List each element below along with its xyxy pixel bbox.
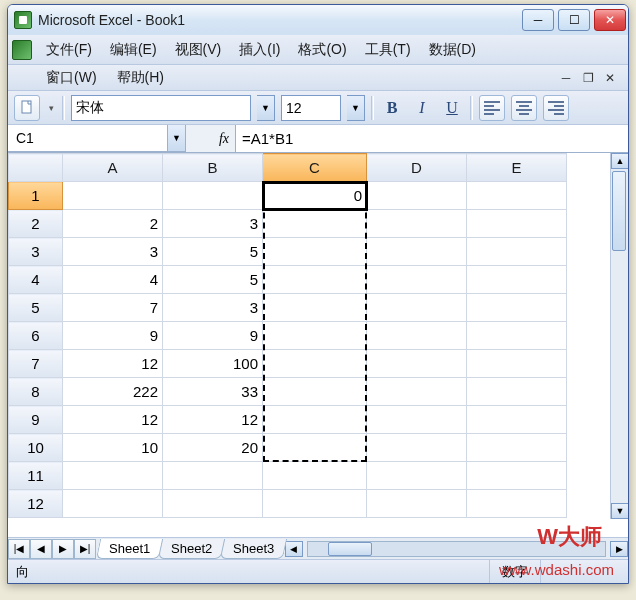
- font-name-dropdown-icon[interactable]: ▼: [257, 95, 275, 121]
- cell-C7[interactable]: [263, 350, 367, 378]
- cell-E1[interactable]: [467, 182, 567, 210]
- menu-help[interactable]: 帮助(H): [109, 66, 172, 90]
- cell-E2[interactable]: [467, 210, 567, 238]
- menu-file[interactable]: 文件(F): [38, 38, 100, 62]
- cell-C9[interactable]: [263, 406, 367, 434]
- row-header-10[interactable]: 10: [9, 434, 63, 462]
- cell-E4[interactable]: [467, 266, 567, 294]
- sheet-nav-0[interactable]: |◀: [8, 539, 30, 559]
- hscroll-thumb[interactable]: [328, 542, 372, 556]
- scroll-down-icon[interactable]: ▼: [611, 503, 628, 519]
- cell-E6[interactable]: [467, 322, 567, 350]
- col-header-A[interactable]: A: [63, 154, 163, 182]
- sheet-tab-Sheet1[interactable]: Sheet1: [96, 539, 163, 559]
- vscroll-thumb[interactable]: [612, 171, 626, 251]
- cell-D4[interactable]: [367, 266, 467, 294]
- spreadsheet-grid[interactable]: ABCDE10223335445573699712100822233912121…: [8, 153, 628, 537]
- minimize-button[interactable]: ─: [522, 9, 554, 31]
- col-header-B[interactable]: B: [163, 154, 263, 182]
- hscroll-right-icon[interactable]: ▶: [610, 541, 628, 557]
- row-header-12[interactable]: 12: [9, 490, 63, 518]
- cell-C11[interactable]: [263, 462, 367, 490]
- row-header-11[interactable]: 11: [9, 462, 63, 490]
- cell-C12[interactable]: [263, 490, 367, 518]
- row-header-6[interactable]: 6: [9, 322, 63, 350]
- new-doc-dropdown-icon[interactable]: ▾: [46, 103, 56, 113]
- row-header-2[interactable]: 2: [9, 210, 63, 238]
- close-button[interactable]: ✕: [594, 9, 626, 31]
- hscroll-left-icon[interactable]: ◀: [285, 541, 303, 557]
- scroll-up-icon[interactable]: ▲: [611, 153, 628, 169]
- cell-B6[interactable]: 9: [163, 322, 263, 350]
- cell-B5[interactable]: 3: [163, 294, 263, 322]
- cell-D1[interactable]: [367, 182, 467, 210]
- row-header-9[interactable]: 9: [9, 406, 63, 434]
- cell-A5[interactable]: 7: [63, 294, 163, 322]
- align-center-button[interactable]: [511, 95, 537, 121]
- fx-icon[interactable]: fx: [186, 125, 236, 152]
- cell-D3[interactable]: [367, 238, 467, 266]
- align-right-button[interactable]: [543, 95, 569, 121]
- formula-input[interactable]: =A1*B1: [236, 125, 628, 152]
- sheet-nav-3[interactable]: ▶|: [74, 539, 96, 559]
- row-header-8[interactable]: 8: [9, 378, 63, 406]
- cell-D8[interactable]: [367, 378, 467, 406]
- cell-B7[interactable]: 100: [163, 350, 263, 378]
- cell-A12[interactable]: [63, 490, 163, 518]
- horizontal-scrollbar[interactable]: [307, 541, 606, 557]
- cell-E5[interactable]: [467, 294, 567, 322]
- cell-E8[interactable]: [467, 378, 567, 406]
- cell-A2[interactable]: 2: [63, 210, 163, 238]
- cell-C1[interactable]: 0: [263, 182, 367, 210]
- row-header-4[interactable]: 4: [9, 266, 63, 294]
- cell-C10[interactable]: [263, 434, 367, 462]
- sheet-nav-2[interactable]: ▶: [52, 539, 74, 559]
- cell-D10[interactable]: [367, 434, 467, 462]
- cell-A10[interactable]: 10: [63, 434, 163, 462]
- cell-B11[interactable]: [163, 462, 263, 490]
- cell-B9[interactable]: 12: [163, 406, 263, 434]
- row-header-7[interactable]: 7: [9, 350, 63, 378]
- cell-B10[interactable]: 20: [163, 434, 263, 462]
- workbook-restore-icon[interactable]: ❐: [580, 70, 596, 86]
- row-header-1[interactable]: 1: [9, 182, 63, 210]
- cell-B4[interactable]: 5: [163, 266, 263, 294]
- menu-view[interactable]: 视图(V): [167, 38, 230, 62]
- cell-D6[interactable]: [367, 322, 467, 350]
- font-size-dropdown-icon[interactable]: ▼: [347, 95, 365, 121]
- cell-E10[interactable]: [467, 434, 567, 462]
- col-header-D[interactable]: D: [367, 154, 467, 182]
- cell-B1[interactable]: [163, 182, 263, 210]
- italic-button[interactable]: I: [410, 96, 434, 120]
- cell-C6[interactable]: [263, 322, 367, 350]
- cell-A9[interactable]: 12: [63, 406, 163, 434]
- sheet-tab-Sheet2[interactable]: Sheet2: [158, 539, 225, 559]
- cell-A6[interactable]: 9: [63, 322, 163, 350]
- align-left-button[interactable]: [479, 95, 505, 121]
- row-header-5[interactable]: 5: [9, 294, 63, 322]
- cell-E12[interactable]: [467, 490, 567, 518]
- workbook-close-icon[interactable]: ✕: [602, 70, 618, 86]
- cell-A3[interactable]: 3: [63, 238, 163, 266]
- cell-C5[interactable]: [263, 294, 367, 322]
- cell-A7[interactable]: 12: [63, 350, 163, 378]
- row-header-3[interactable]: 3: [9, 238, 63, 266]
- cell-C2[interactable]: [263, 210, 367, 238]
- menu-format[interactable]: 格式(O): [290, 38, 354, 62]
- cell-E3[interactable]: [467, 238, 567, 266]
- cell-A11[interactable]: [63, 462, 163, 490]
- cell-D7[interactable]: [367, 350, 467, 378]
- menu-window[interactable]: 窗口(W): [38, 66, 105, 90]
- cell-A1[interactable]: [63, 182, 163, 210]
- menu-tools[interactable]: 工具(T): [357, 38, 419, 62]
- cell-B12[interactable]: [163, 490, 263, 518]
- cell-C4[interactable]: [263, 266, 367, 294]
- maximize-button[interactable]: ☐: [558, 9, 590, 31]
- cell-D2[interactable]: [367, 210, 467, 238]
- menu-insert[interactable]: 插入(I): [231, 38, 288, 62]
- select-all-corner[interactable]: [9, 154, 63, 182]
- cell-D5[interactable]: [367, 294, 467, 322]
- font-size-select[interactable]: 12: [281, 95, 341, 121]
- cell-D12[interactable]: [367, 490, 467, 518]
- cell-B2[interactable]: 3: [163, 210, 263, 238]
